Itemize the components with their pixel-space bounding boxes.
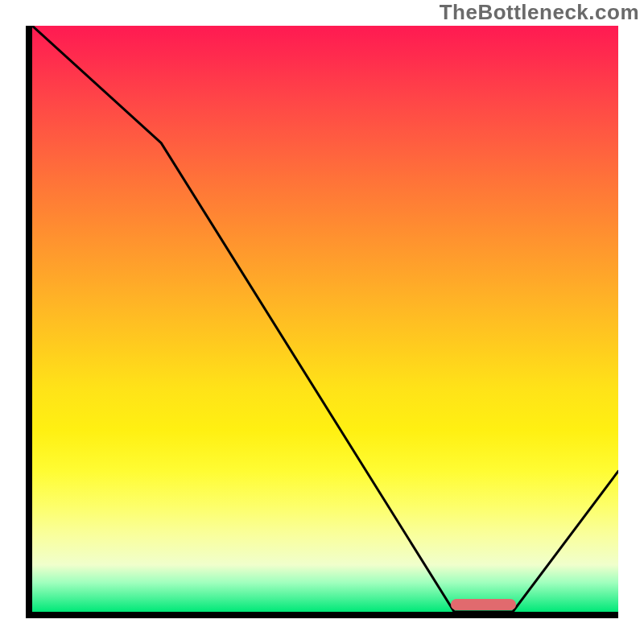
optimal-range-marker [451, 599, 516, 610]
watermark-text: TheBottleneck.com [440, 0, 639, 25]
bottleneck-curve-line [32, 26, 618, 612]
curve-layer [32, 26, 618, 612]
plot-area [26, 26, 618, 618]
chart-frame: TheBottleneck.com [0, 0, 644, 644]
